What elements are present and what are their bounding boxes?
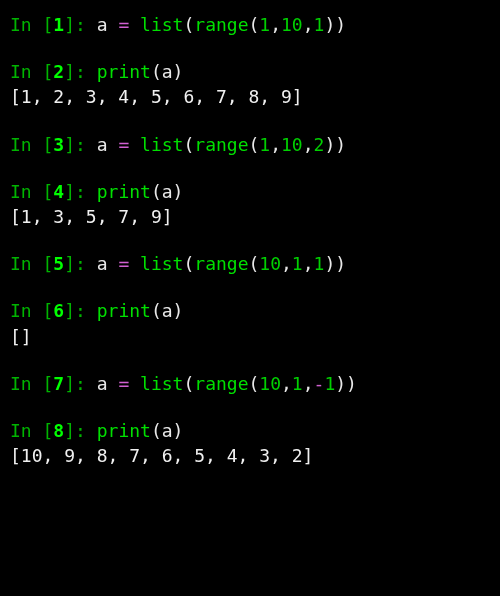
code-token: range (194, 14, 248, 35)
code-token: print (97, 181, 151, 202)
code-token: ( (183, 134, 194, 155)
code-token (129, 373, 140, 394)
code-token: 10 (281, 134, 303, 155)
code-token: ( (151, 300, 162, 321)
code-token: 2 (314, 134, 325, 155)
code-token: list (140, 373, 183, 394)
code-token: 1 (324, 373, 335, 394)
output-line: [1, 2, 3, 4, 5, 6, 7, 8, 9] (10, 84, 490, 109)
input-line: In [2]: print(a) (10, 59, 490, 84)
code-token: ) (173, 300, 184, 321)
ipython-cell: In [1]: a = list(range(1,10,1)) (10, 12, 490, 37)
ipython-cell: In [6]: print(a)[] (10, 298, 490, 348)
code-token (129, 134, 140, 155)
input-line: In [3]: a = list(range(1,10,2)) (10, 132, 490, 157)
code-token: a (97, 373, 119, 394)
code-token: - (314, 373, 325, 394)
code-token: a (162, 181, 173, 202)
code-token: list (140, 14, 183, 35)
input-prompt: In [7]: (10, 373, 97, 394)
code-token: = (118, 373, 129, 394)
code-token: = (118, 14, 129, 35)
code-token: ) (173, 420, 184, 441)
input-prompt: In [3]: (10, 134, 97, 155)
input-line: In [8]: print(a) (10, 418, 490, 443)
code-token: , (270, 14, 281, 35)
code-token: ( (151, 181, 162, 202)
input-prompt: In [2]: (10, 61, 97, 82)
code-token: print (97, 300, 151, 321)
output-line: [] (10, 324, 490, 349)
code-token: a (162, 300, 173, 321)
code-token: ( (151, 420, 162, 441)
input-prompt: In [6]: (10, 300, 97, 321)
code-token: = (118, 253, 129, 274)
ipython-cell: In [3]: a = list(range(1,10,2)) (10, 132, 490, 157)
input-line: In [4]: print(a) (10, 179, 490, 204)
code-token: ( (248, 373, 259, 394)
code-token: ( (183, 373, 194, 394)
code-token: ( (248, 134, 259, 155)
code-token: ) (173, 61, 184, 82)
code-token: list (140, 253, 183, 274)
code-token: a (97, 14, 119, 35)
code-token: range (194, 253, 248, 274)
input-prompt: In [4]: (10, 181, 97, 202)
code-token: a (162, 61, 173, 82)
code-token: , (303, 14, 314, 35)
ipython-cell: In [8]: print(a)[10, 9, 8, 7, 6, 5, 4, 3… (10, 418, 490, 468)
code-token: ( (183, 14, 194, 35)
input-line: In [6]: print(a) (10, 298, 490, 323)
ipython-cell: In [4]: print(a)[1, 3, 5, 7, 9] (10, 179, 490, 229)
code-token: ) (173, 181, 184, 202)
code-token: , (281, 373, 292, 394)
code-token: a (97, 134, 119, 155)
code-token: 1 (259, 14, 270, 35)
code-token: , (281, 253, 292, 274)
code-token: = (118, 134, 129, 155)
input-line: In [1]: a = list(range(1,10,1)) (10, 12, 490, 37)
code-token: ( (183, 253, 194, 274)
ipython-terminal[interactable]: In [1]: a = list(range(1,10,1))In [2]: p… (10, 12, 490, 468)
code-token: )) (324, 14, 346, 35)
code-token: 1 (314, 253, 325, 274)
code-token: a (97, 253, 119, 274)
ipython-cell: In [5]: a = list(range(10,1,1)) (10, 251, 490, 276)
input-line: In [7]: a = list(range(10,1,-1)) (10, 371, 490, 396)
code-token (129, 14, 140, 35)
code-token (129, 253, 140, 274)
code-token: print (97, 420, 151, 441)
ipython-cell: In [7]: a = list(range(10,1,-1)) (10, 371, 490, 396)
code-token: ( (248, 14, 259, 35)
code-token: 1 (259, 134, 270, 155)
code-token: print (97, 61, 151, 82)
code-token: ( (151, 61, 162, 82)
code-token: list (140, 134, 183, 155)
input-prompt: In [5]: (10, 253, 97, 274)
input-prompt: In [1]: (10, 14, 97, 35)
code-token: 1 (292, 373, 303, 394)
input-prompt: In [8]: (10, 420, 97, 441)
code-token: 10 (281, 14, 303, 35)
ipython-cell: In [2]: print(a)[1, 2, 3, 4, 5, 6, 7, 8,… (10, 59, 490, 109)
code-token: 1 (292, 253, 303, 274)
code-token: , (303, 373, 314, 394)
code-token: a (162, 420, 173, 441)
input-line: In [5]: a = list(range(10,1,1)) (10, 251, 490, 276)
code-token: )) (324, 253, 346, 274)
output-line: [1, 3, 5, 7, 9] (10, 204, 490, 229)
code-token: range (194, 134, 248, 155)
code-token: )) (335, 373, 357, 394)
code-token: 10 (259, 373, 281, 394)
code-token: 10 (259, 253, 281, 274)
code-token: ( (248, 253, 259, 274)
code-token: 1 (314, 14, 325, 35)
output-line: [10, 9, 8, 7, 6, 5, 4, 3, 2] (10, 443, 490, 468)
code-token: , (303, 253, 314, 274)
code-token: range (194, 373, 248, 394)
code-token: , (303, 134, 314, 155)
code-token: , (270, 134, 281, 155)
code-token: )) (324, 134, 346, 155)
